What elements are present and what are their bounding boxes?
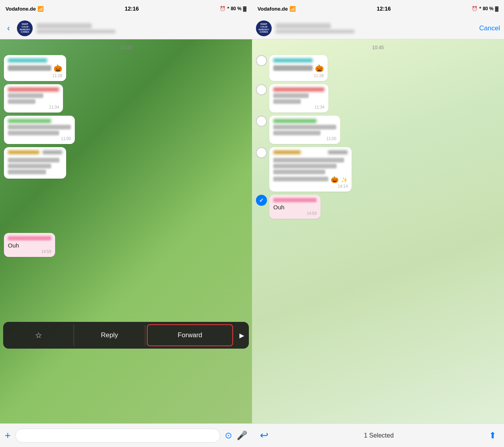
msg-row-5-left: Ouh 14:59 [4,233,248,257]
msg-text-4c-right [273,170,325,174]
messages-left: 10:45 🎃 11:28 11:34 [0,39,252,423]
status-right: ⏰ * 80 % ▓ [220,6,246,11]
mic-button-left[interactable]: 🎤 [237,430,247,441]
msg-text-2-right [273,93,309,98]
carrier-left: Vodafone.de [6,6,36,12]
msg-time-5-right: 14:59 [273,211,317,216]
msg-text-4a-right [273,158,344,163]
msg-time-4-right: 14:14 [273,184,348,188]
avatar-right: KEEPCALMNOBODYCARES [256,20,272,36]
msg-sender-2-right [273,87,324,92]
battery-left: 80 % [231,6,241,11]
chat-title-left [37,23,92,29]
msg-text-4d-right [273,177,328,181]
ctx-star-button[interactable]: ☆ [3,324,74,346]
chat-subtitle-right [276,30,354,33]
left-panel: Vodafone.de 📶 12:16 ⏰ * 80 % ▓ ‹ KEEPCAL… [0,0,252,447]
nav-bar-right: KEEPCALMNOBODYCARES Cancel [252,17,504,39]
msg-row-1-right: 🎃 11:28 [256,55,500,81]
msg-time-3-right: 11:00 [273,137,336,141]
status-left-right: Vodafone.de 📶 [258,6,296,12]
msg-text-5-right: Ouh [273,204,317,211]
add-button-left[interactable]: + [5,429,11,441]
msg-row-1-left: 🎃 11:28 [4,55,248,81]
msg-time-2-right: 11:34 [273,105,324,109]
context-menu: ☆ Reply Forward ▶ [3,322,249,349]
msg-time-2-left: 11:34 [8,105,59,109]
status-right-right: ⏰ * 80 % ▓ [472,6,498,11]
emoji-1: 🎃 [54,64,62,73]
bluetooth-icon: * [227,6,229,11]
camera-button-left[interactable]: ⊙ [225,430,232,441]
msg-sender-1-left [8,58,47,63]
timestamp1-left: 10:45 [4,45,248,50]
msg-text-3-right [273,125,336,129]
msg-bubble-4-right[interactable]: 🎃 ✨ 14:14 [269,147,352,192]
msg-bubble-4-left[interactable] [4,147,66,179]
msg-text-1-left [8,65,51,71]
right-panel: Vodafone.de 📶 12:16 ⏰ * 80 % ▓ KEEPCALMN… [252,0,504,447]
battery-icon-right: ▓ [495,6,498,11]
forward-button[interactable]: ↩ [260,429,269,441]
emoji-4-right: 🎃 [331,176,339,183]
msg-sender-4a-right [273,150,301,154]
status-bar-right: Vodafone.de 📶 12:16 ⏰ * 80 % ▓ [252,0,504,17]
back-button[interactable]: ‹ [4,22,13,35]
battery-icon-left: ▓ [243,6,246,11]
msg-bubble-5-right[interactable]: Ouh 14:59 [269,195,321,219]
msg-text-1-right [273,65,313,71]
nav-info-right [276,23,475,33]
avatar-left: KEEPCALMNOBODYCARES [17,20,33,36]
msg-text-2b-right [273,99,301,104]
msg-row-4-right: 🎃 ✨ 14:14 [256,147,500,192]
msg-bubble-3-left[interactable]: 11:00 [4,116,75,144]
msg-bubble-1-right[interactable]: 🎃 11:28 [269,55,328,81]
msg-time-1-right: 11:28 [273,74,324,78]
share-button[interactable]: ⬆ [489,430,496,441]
select-circle-3[interactable] [256,116,267,127]
ctx-more-button[interactable]: ▶ [235,325,249,345]
msg-text-3b-left [8,131,59,135]
msg-sender-5-left [8,236,51,240]
chat-subtitle-left [37,30,115,33]
msg-bubble-5-left[interactable]: Ouh 14:59 [4,233,55,257]
msg-row-3-right: 11:00 [256,116,500,144]
timestamp1-right: 10:45 [256,45,500,50]
msg-row-5-right: Ouh 14:59 [256,195,500,219]
msg-time-5-left: 14:59 [8,249,51,254]
msg-row-3-left: 11:00 [4,116,248,144]
msg-text-4a-left [8,158,59,163]
select-circle-2[interactable] [256,84,267,95]
selection-bar: ↩ 1 Selected ⬆ [252,423,504,447]
msg-time-1-left: 11:28 [8,74,62,78]
msg-sender-2-left [8,87,59,92]
nav-info-left [37,23,248,33]
select-circle-5-checked[interactable] [256,195,267,206]
status-bar-left: Vodafone.de 📶 12:16 ⏰ * 80 % ▓ [0,0,252,17]
msg-bubble-3-right[interactable]: 11:00 [269,116,340,144]
cancel-button[interactable]: Cancel [479,24,500,32]
carrier-right: Vodafone.de [258,6,288,12]
msg-bubble-2-right[interactable]: 11:34 [269,84,328,113]
msg-bubble-2-left[interactable]: 11:34 [4,84,63,113]
msg-sender-3-right [273,119,317,123]
emoji-4b-right: ✨ [341,177,348,183]
message-input-left[interactable] [15,429,220,443]
msg-bubble-1-left[interactable]: 🎃 11:28 [4,55,66,81]
chat-title-right [276,23,331,29]
alarm-icon: ⏰ [220,6,226,11]
select-circle-1[interactable] [256,55,267,66]
msg-sender-1-right [273,58,313,63]
alarm-icon-right: ⏰ [472,6,478,11]
msg-text-2-left [8,93,43,98]
wifi-icon-right: 📶 [289,6,296,12]
bottom-bar-left: + ⊙ 🎤 [0,423,252,447]
select-circle-4[interactable] [256,147,267,158]
messages-right: 10:45 🎃 11:28 [252,39,504,423]
msg-row-2-right: 11:34 [256,84,500,113]
msg-time-3-left: 11:00 [8,137,71,141]
ctx-forward-button[interactable]: Forward [147,324,233,346]
emoji-1-right: 🎃 [315,64,324,73]
wifi-icon: 📶 [37,6,44,12]
ctx-reply-button[interactable]: Reply [74,325,145,345]
